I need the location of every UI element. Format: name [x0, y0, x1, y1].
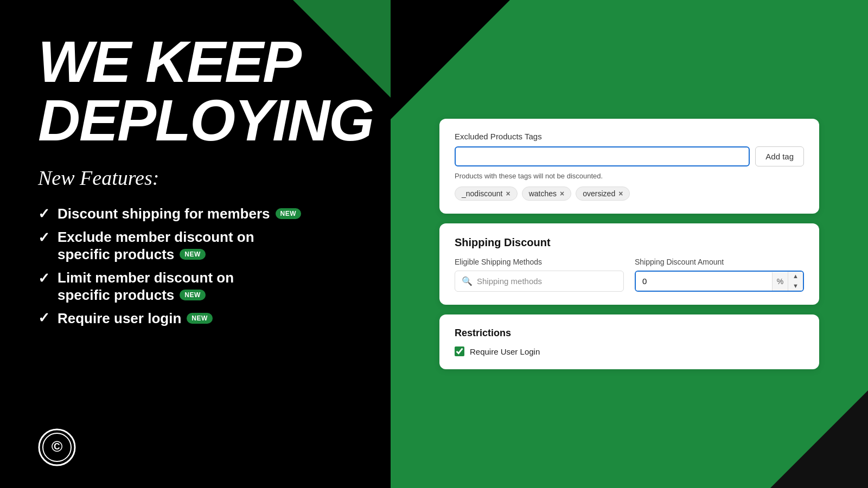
right-panel: Excluded Products Tags Add tag Products …: [391, 0, 868, 488]
restrictions-card: Restrictions Require User Login: [439, 314, 819, 369]
excluded-products-label: Excluded Products Tags: [455, 132, 804, 141]
feature-item-4: ✓ Require user login NEW: [38, 310, 358, 328]
tag-remove-oversized[interactable]: ×: [618, 189, 623, 198]
tag-chip-label-watches: watches: [529, 189, 557, 198]
tags-row: _nodiscount × watches × oversized ×: [455, 187, 804, 201]
svg-text:©: ©: [52, 438, 63, 455]
restrictions-title: Restrictions: [455, 328, 804, 339]
tag-chip-label-nodiscount: _nodiscount: [462, 189, 503, 198]
search-icon: 🔍: [462, 276, 473, 286]
checkmark-icon-2: ✓: [38, 229, 50, 246]
cards-container: Excluded Products Tags Add tag Products …: [439, 119, 819, 369]
main-title: WE KEEP DEPLOYING: [38, 33, 358, 150]
shipping-discount-title: Shipping Discount: [455, 236, 804, 249]
require-login-label: Require User Login: [470, 347, 540, 356]
require-login-checkbox[interactable]: [455, 346, 464, 356]
left-panel: WE KEEP DEPLOYING New Features: ✓ Discou…: [0, 0, 391, 488]
search-input-wrap[interactable]: 🔍 Shipping methods: [455, 271, 624, 292]
shipping-discount-grid: Eligible Shipping Methods 🔍 Shipping met…: [455, 258, 804, 292]
feature-text-4: Require user login: [58, 310, 181, 328]
percent-label: %: [772, 272, 788, 291]
checkbox-row: Require User Login: [455, 346, 804, 356]
stepper-down-button[interactable]: ▼: [788, 281, 803, 291]
tag-remove-watches[interactable]: ×: [560, 189, 564, 198]
shipping-discount-card: Shipping Discount Eligible Shipping Meth…: [439, 223, 819, 305]
new-features-heading: New Features:: [38, 166, 358, 190]
new-badge-3: NEW: [180, 290, 206, 300]
eligible-shipping-label: Eligible Shipping Methods: [455, 258, 624, 266]
excluded-products-card: Excluded Products Tags Add tag Products …: [439, 119, 819, 214]
feature-item-2: ✓ Exclude member discount on specific pr…: [38, 228, 358, 264]
brand-logo: ©: [38, 428, 76, 466]
title-line2: DEPLOYING: [38, 87, 373, 153]
checkmark-icon-4: ✓: [38, 310, 50, 326]
tag-chip-oversized: oversized ×: [576, 187, 630, 201]
tag-chip-label-oversized: oversized: [583, 189, 615, 198]
tag-input[interactable]: [455, 146, 750, 166]
checkmark-icon-3: ✓: [38, 270, 50, 287]
feature-text-1: Discount shipping for members: [58, 205, 270, 223]
discount-amount-field: Shipping Discount Amount % ▲ ▼: [635, 258, 804, 292]
eligible-shipping-field: Eligible Shipping Methods 🔍 Shipping met…: [455, 258, 624, 292]
new-badge-4: NEW: [187, 313, 213, 324]
tag-chip-watches: watches ×: [522, 187, 572, 201]
tag-remove-nodiscount[interactable]: ×: [506, 189, 510, 198]
stepper-buttons: ▲ ▼: [788, 272, 803, 290]
search-placeholder: Shipping methods: [477, 277, 542, 286]
feature-text-3a: Limit member discount on: [58, 269, 234, 287]
add-tag-button[interactable]: Add tag: [755, 146, 804, 166]
feature-item-3: ✓ Limit member discount on specific prod…: [38, 269, 358, 304]
feature-item-1: ✓ Discount shipping for members NEW: [38, 205, 358, 223]
checkmark-icon-1: ✓: [38, 206, 50, 222]
logo-area: ©: [38, 428, 358, 466]
discount-amount-label: Shipping Discount Amount: [635, 258, 804, 266]
feature-text-2a: Exclude member discount on: [58, 228, 254, 246]
title-line1: WE KEEP: [38, 29, 301, 94]
tag-input-row: Add tag: [455, 146, 804, 166]
hint-text: Products with these tags will not be dis…: [455, 172, 804, 180]
tag-chip-nodiscount: _nodiscount ×: [455, 187, 518, 201]
amount-input-wrap: % ▲ ▼: [635, 271, 804, 292]
new-badge-1: NEW: [276, 208, 302, 219]
amount-input[interactable]: [636, 272, 772, 291]
feature-text-3b: specific products: [58, 286, 174, 304]
new-badge-2: NEW: [180, 249, 206, 260]
stepper-up-button[interactable]: ▲: [788, 272, 803, 281]
feature-text-2b: specific products: [58, 246, 174, 264]
features-list: ✓ Discount shipping for members NEW ✓ Ex…: [38, 205, 358, 327]
